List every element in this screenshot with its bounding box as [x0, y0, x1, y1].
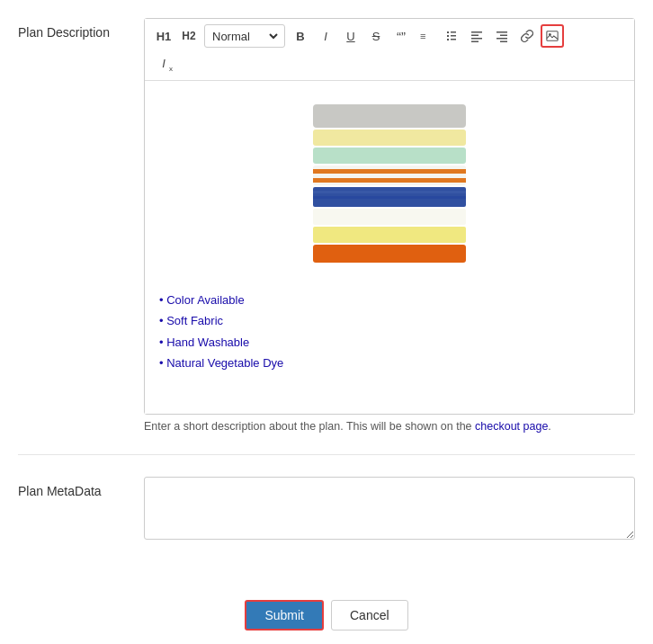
- align-left-button[interactable]: [465, 24, 488, 48]
- font-style-select-wrap[interactable]: Normal Heading 1 Heading 2 Heading 3: [204, 24, 285, 48]
- editor-toolbar: H1 H2 Normal Heading 1 Heading 2 Heading…: [145, 19, 634, 81]
- plan-metadata-control: [144, 477, 635, 542]
- align-right-icon: [496, 30, 508, 42]
- fabric-image: [304, 95, 475, 275]
- svg-rect-2: [451, 31, 456, 33]
- svg-rect-26: [313, 209, 466, 225]
- helper-text-link[interactable]: checkout page: [475, 420, 548, 433]
- align-left-icon: [470, 30, 483, 42]
- quote-button[interactable]: “”: [389, 24, 413, 48]
- svg-rect-24: [313, 191, 466, 193]
- svg-rect-4: [451, 35, 456, 37]
- list-item: Soft Fabric: [159, 310, 620, 331]
- image-button[interactable]: [541, 24, 564, 48]
- svg-rect-11: [496, 31, 507, 33]
- h1-button[interactable]: H1: [152, 24, 175, 48]
- svg-rect-25: [313, 196, 466, 199]
- svg-rect-14: [500, 41, 507, 43]
- svg-rect-1: [447, 31, 449, 33]
- svg-rect-9: [471, 38, 482, 40]
- svg-rect-19: [313, 148, 466, 164]
- svg-text:≡: ≡: [420, 31, 425, 41]
- plan-description-control: H1 H2 Normal Heading 1 Heading 2 Heading…: [144, 18, 635, 433]
- unordered-list-button[interactable]: [440, 24, 463, 48]
- list-item: Hand Washable: [159, 332, 620, 353]
- bullet-list: Color Available Soft Fabric Hand Washabl…: [159, 290, 620, 374]
- strikethrough-button[interactable]: S: [364, 24, 388, 48]
- plan-metadata-input[interactable]: [144, 477, 635, 540]
- h2-button[interactable]: H2: [177, 24, 201, 48]
- svg-rect-27: [313, 227, 466, 243]
- svg-rect-28: [313, 245, 466, 263]
- svg-rect-8: [471, 35, 479, 37]
- svg-rect-5: [447, 39, 449, 40]
- editor-content-area[interactable]: Color Available Soft Fabric Hand Washabl…: [145, 81, 634, 414]
- bold-button[interactable]: B: [289, 24, 312, 48]
- svg-rect-17: [313, 104, 466, 128]
- link-button[interactable]: [515, 24, 539, 48]
- svg-rect-21: [313, 169, 466, 174]
- svg-rect-3: [447, 35, 449, 37]
- plan-description-label: Plan Description: [18, 18, 144, 40]
- submit-button[interactable]: Submit: [245, 600, 324, 631]
- link-icon: [521, 30, 533, 42]
- align-right-button[interactable]: [490, 24, 514, 48]
- italic-button[interactable]: I: [314, 24, 337, 48]
- plan-description-row: Plan Description H1 H2 Normal Heading 1 …: [18, 18, 635, 455]
- page-wrapper: Plan Description H1 H2 Normal Heading 1 …: [0, 0, 653, 644]
- svg-rect-7: [471, 31, 482, 33]
- font-style-select[interactable]: Normal Heading 1 Heading 2 Heading 3: [209, 29, 281, 44]
- rich-text-editor: H1 H2 Normal Heading 1 Heading 2 Heading…: [144, 18, 635, 415]
- helper-text-after: .: [548, 420, 550, 433]
- unordered-list-icon: [445, 30, 458, 42]
- helper-text-before: Enter a short description about the plan…: [144, 420, 475, 433]
- svg-rect-18: [313, 130, 466, 146]
- plan-metadata-label: Plan MetaData: [18, 477, 144, 498]
- underline-button[interactable]: U: [339, 24, 362, 48]
- list-item: Color Available: [159, 290, 620, 310]
- svg-rect-15: [547, 31, 558, 41]
- form-actions: Submit Cancel: [18, 586, 635, 640]
- svg-rect-13: [496, 38, 507, 40]
- svg-rect-10: [471, 41, 479, 43]
- plan-metadata-row: Plan MetaData: [18, 477, 635, 564]
- svg-rect-6: [451, 39, 456, 40]
- helper-text: Enter a short description about the plan…: [144, 420, 635, 433]
- svg-rect-22: [313, 178, 466, 183]
- image-icon: [546, 30, 559, 42]
- ordered-list-icon: ≡: [420, 30, 433, 42]
- svg-rect-12: [500, 35, 507, 37]
- list-item: Natural Vegetable Dye: [159, 353, 620, 373]
- cancel-button[interactable]: Cancel: [331, 600, 408, 631]
- clear-format-button[interactable]: I x: [152, 51, 175, 75]
- ordered-list-button[interactable]: ≡: [415, 24, 438, 48]
